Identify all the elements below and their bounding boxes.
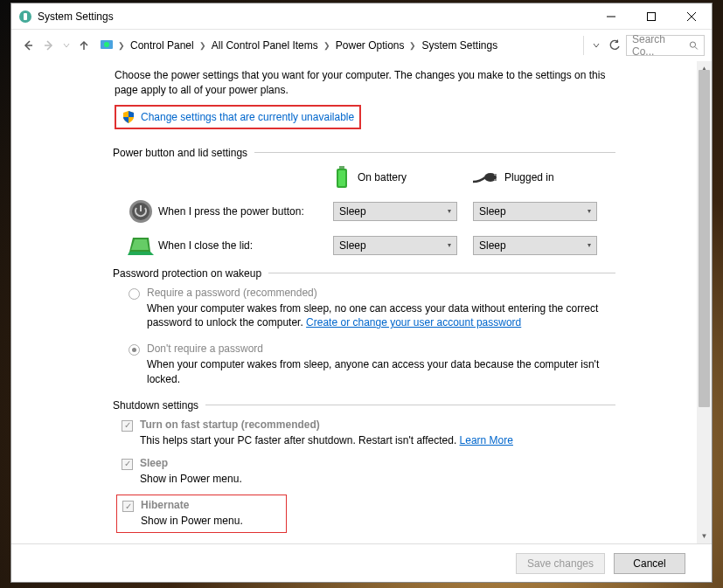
svg-rect-3 xyxy=(648,12,656,20)
sleep-checkbox xyxy=(122,459,133,470)
section-header-shutdown: Shutdown settings xyxy=(113,399,198,412)
power-button-battery-select[interactable]: Sleep ▾ xyxy=(333,202,457,221)
chevron-right-icon: ❯ xyxy=(323,41,330,50)
on-battery-label: On battery xyxy=(358,171,407,183)
svg-rect-18 xyxy=(494,179,497,181)
require-password-desc: When your computer wakes from sleep, no … xyxy=(147,301,615,331)
dont-require-password-label: Don't require a password xyxy=(147,342,263,355)
power-button-row-label: When I press the power button: xyxy=(158,205,333,218)
scrollbar-thumb[interactable] xyxy=(699,70,710,407)
divider xyxy=(205,405,615,405)
battery-icon xyxy=(333,166,351,189)
chevron-down-icon: ▾ xyxy=(448,241,451,249)
sleep-label: Sleep xyxy=(140,457,168,469)
chevron-right-icon: ❯ xyxy=(199,41,206,50)
fast-startup-desc: This helps start your PC faster after sh… xyxy=(140,433,615,448)
close-lid-row-label: When I close the lid: xyxy=(158,239,333,252)
require-password-label: Require a password (recommended) xyxy=(147,287,317,299)
navbar: ❯ Control Panel ❯ All Control Panel Item… xyxy=(11,30,712,61)
svg-point-11 xyxy=(691,42,696,47)
search-placeholder: Search Co... xyxy=(632,33,684,58)
hibernate-label: Hibernate xyxy=(141,499,189,511)
breadcrumb-item[interactable]: All Control Panel Items xyxy=(210,39,320,52)
hibernate-desc: Show in Power menu. xyxy=(141,514,281,529)
require-password-radio xyxy=(129,288,140,300)
change-settings-link[interactable]: Change settings that are currently unava… xyxy=(141,111,354,123)
svg-point-10 xyxy=(104,42,109,47)
scroll-down-button[interactable]: ▼ xyxy=(697,529,712,543)
nav-recent-dropdown[interactable] xyxy=(60,36,73,55)
power-button-icon xyxy=(129,199,153,224)
svg-rect-17 xyxy=(494,174,497,176)
save-changes-button: Save changes xyxy=(516,553,605,574)
chevron-down-icon: ▾ xyxy=(448,207,451,215)
search-input[interactable]: Search Co... xyxy=(626,35,705,56)
fast-startup-label: Turn on fast startup (recommended) xyxy=(140,419,320,431)
uac-shield-icon xyxy=(122,110,136,124)
breadcrumb[interactable]: ❯ Control Panel ❯ All Control Panel Item… xyxy=(95,35,581,56)
svg-line-12 xyxy=(695,47,698,50)
power-button-plugged-select[interactable]: Sleep ▾ xyxy=(473,202,597,221)
window-title: System Settings xyxy=(38,10,114,23)
nav-forward-button[interactable] xyxy=(39,36,59,55)
dont-require-password-desc: When your computer wakes from sleep, any… xyxy=(147,357,615,387)
titlebar: System Settings xyxy=(11,3,712,30)
close-button[interactable] xyxy=(671,3,712,30)
dont-require-password-radio xyxy=(129,344,140,356)
lid-icon xyxy=(128,236,154,255)
maximize-button[interactable] xyxy=(631,3,671,30)
lid-plugged-select[interactable]: Sleep ▾ xyxy=(473,236,597,255)
content-area: Choose the power settings that you want … xyxy=(11,61,712,540)
chevron-right-icon: ❯ xyxy=(118,41,125,50)
section-header-power-lid: Power button and lid settings xyxy=(113,147,247,159)
svg-rect-15 xyxy=(338,170,345,186)
breadcrumb-item[interactable]: Power Options xyxy=(334,39,407,52)
chevron-down-icon: ▾ xyxy=(587,207,591,215)
app-icon xyxy=(18,10,32,24)
svg-rect-1 xyxy=(24,13,27,20)
breadcrumb-item[interactable]: System Settings xyxy=(420,39,499,52)
control-panel-icon xyxy=(99,38,115,53)
hibernate-checkbox xyxy=(122,501,134,512)
learn-more-link[interactable]: Learn More xyxy=(460,434,513,446)
settings-window: System Settings ❯ xyxy=(10,3,713,583)
breadcrumb-item[interactable]: Control Panel xyxy=(129,39,196,52)
footer: Save changes Cancel xyxy=(11,543,712,582)
fast-startup-checkbox xyxy=(122,420,133,432)
section-header-password: Password protection on wakeup xyxy=(113,267,261,280)
search-icon xyxy=(689,40,699,51)
divider xyxy=(268,273,615,273)
intro-text: Choose the power settings that you want … xyxy=(115,68,615,98)
lid-battery-select[interactable]: Sleep ▾ xyxy=(333,236,457,255)
chevron-down-icon: ▾ xyxy=(587,241,591,249)
nav-back-button[interactable] xyxy=(18,36,38,55)
nav-up-button[interactable] xyxy=(74,36,94,55)
plugged-in-label: Plugged in xyxy=(504,171,554,183)
svg-rect-13 xyxy=(339,166,344,169)
vertical-scrollbar[interactable]: ▲ ▼ xyxy=(697,61,712,543)
minimize-button[interactable] xyxy=(591,3,631,30)
cancel-button[interactable]: Cancel xyxy=(614,553,685,574)
divider xyxy=(254,152,615,153)
plug-icon xyxy=(473,171,497,183)
chevron-right-icon: ❯ xyxy=(409,41,416,50)
hibernate-highlight: Hibernate Show in Power menu. xyxy=(116,495,287,533)
refresh-button[interactable] xyxy=(605,36,624,55)
create-password-link[interactable]: Create or change your user account passw… xyxy=(306,316,521,329)
sleep-desc: Show in Power menu. xyxy=(140,472,615,487)
breadcrumb-dropdown[interactable] xyxy=(589,36,603,55)
change-settings-link-highlight: Change settings that are currently unava… xyxy=(115,105,361,129)
